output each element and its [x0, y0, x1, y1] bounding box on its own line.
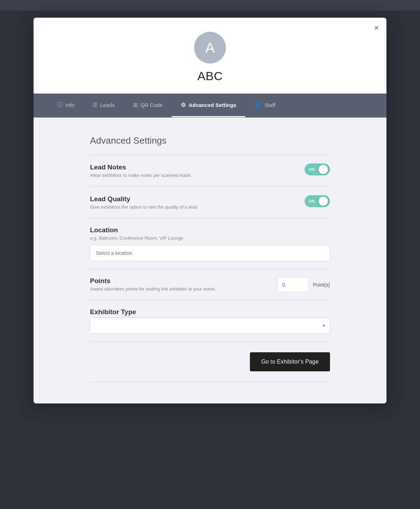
modal-header: × A ABC: [34, 18, 386, 94]
location-section: Location e.g. Ballroom, Conference Room,…: [90, 218, 330, 269]
exhibitor-type-label: Exhibitor Type: [90, 308, 330, 316]
tab-advanced-label: Advanced Settings: [188, 102, 236, 108]
lead-notes-toggle[interactable]: ON: [305, 163, 330, 175]
location-input[interactable]: [90, 245, 330, 261]
avatar: A: [194, 32, 226, 64]
exhibitor-type-select[interactable]: [90, 317, 330, 334]
lead-quality-toggle-knob: [319, 197, 328, 206]
cta-wrap: Go to Exhibitor's Page: [90, 352, 330, 371]
qrcode-icon: ⊞: [133, 102, 138, 108]
location-hint: e.g. Ballroom, Conference Room, VIP Loun…: [90, 235, 330, 241]
go-to-exhibitor-button[interactable]: Go to Exhibitor's Page: [250, 352, 330, 371]
close-button[interactable]: ×: [374, 24, 379, 32]
lead-notes-toggle-label: ON: [309, 167, 315, 172]
lead-quality-row: Lead Quality Give exhibitors the option …: [90, 187, 330, 218]
tab-leads[interactable]: ☰ Leads: [83, 94, 124, 117]
leads-icon: ☰: [92, 102, 97, 108]
lead-notes-info: Lead Notes Allow exhibitors to make note…: [90, 163, 294, 178]
location-label: Location: [90, 226, 330, 234]
tab-qrcode-label: QR Code: [140, 102, 163, 108]
tab-leads-label: Leads: [100, 102, 115, 108]
exhibitor-type-section: Exhibitor Type ▾: [90, 300, 330, 341]
points-unit: Point(s): [313, 282, 330, 288]
lead-quality-toggle-label: ON: [309, 199, 315, 203]
divider-bottom: [90, 382, 330, 382]
exhibitor-type-wrap: ▾: [90, 317, 330, 334]
lead-notes-toggle-knob: [319, 165, 328, 174]
tab-staff[interactable]: 👤 Staff: [245, 94, 284, 117]
company-name: ABC: [197, 69, 222, 83]
lead-notes-toggle-wrap: ON: [305, 163, 330, 175]
divider-exhibitor-type: [90, 341, 330, 342]
tab-advanced-settings[interactable]: ⚙ Advanced Settings: [172, 94, 245, 117]
points-desc: Award attendees points for visiting this…: [90, 286, 266, 292]
tab-info-label: Info: [65, 102, 74, 108]
modal-body: Advanced Settings Lead Notes Allow exhib…: [34, 118, 386, 403]
lead-notes-desc: Allow exhibitors to make notes per scann…: [90, 173, 294, 178]
lead-quality-toggle-wrap: ON: [305, 195, 330, 207]
section-title: Advanced Settings: [90, 135, 330, 146]
staff-icon: 👤: [254, 102, 262, 108]
lead-quality-info: Lead Quality Give exhibitors the option …: [90, 195, 294, 210]
points-control: Point(s): [277, 277, 330, 292]
points-info: Points Award attendees points for visiti…: [90, 277, 266, 292]
lead-quality-label: Lead Quality: [90, 195, 294, 203]
lead-notes-row: Lead Notes Allow exhibitors to make note…: [90, 155, 330, 186]
points-row: Points Award attendees points for visiti…: [90, 269, 330, 300]
settings-icon: ⚙: [181, 102, 186, 108]
tab-bar: ⓘ Info ☰ Leads ⊞ QR Code ⚙ Advanced Sett…: [34, 94, 386, 118]
tab-info[interactable]: ⓘ Info: [48, 94, 83, 118]
info-icon: ⓘ: [57, 101, 62, 109]
modal-overlay: × A ABC ⓘ Info ☰ Leads ⊞ QR Code ⚙ Advan…: [0, 11, 420, 509]
lead-quality-desc: Give exhibitors the option to rate the q…: [90, 204, 294, 210]
lead-notes-label: Lead Notes: [90, 163, 294, 171]
modal-dialog: × A ABC ⓘ Info ☰ Leads ⊞ QR Code ⚙ Advan…: [34, 18, 386, 403]
points-input[interactable]: [277, 277, 309, 292]
tab-staff-label: Staff: [264, 102, 275, 108]
points-label: Points: [90, 277, 266, 285]
tab-qrcode[interactable]: ⊞ QR Code: [124, 94, 172, 117]
lead-quality-toggle[interactable]: ON: [305, 195, 330, 207]
